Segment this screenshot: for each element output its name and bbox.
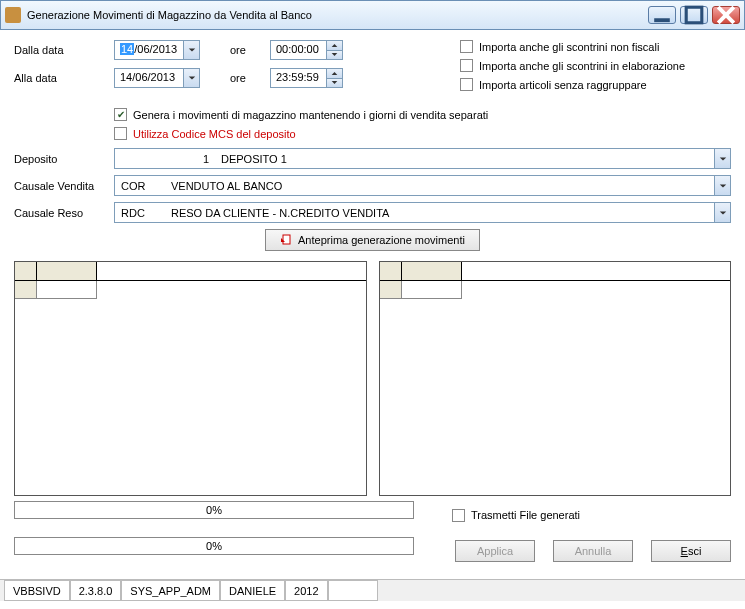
- spinner-down-icon[interactable]: [327, 51, 342, 60]
- applica-button[interactable]: Applica: [455, 540, 535, 562]
- deposito-label: Deposito: [14, 153, 114, 165]
- from-date-label: Dalla data: [14, 44, 114, 56]
- window-title: Generazione Movimenti di Magazzino da Ve…: [27, 9, 648, 21]
- status-cell: SYS_APP_ADM: [121, 580, 220, 601]
- progress-2: 0%: [14, 537, 414, 555]
- check-nonfiscal[interactable]: Importa anche gli scontrini non fiscali: [460, 40, 685, 53]
- statusbar: VBBSIVD 2.3.8.0 SYS_APP_ADM DANIELE 2012: [0, 579, 745, 601]
- status-cell: DANIELE: [220, 580, 285, 601]
- to-time-input[interactable]: 23:59:59: [270, 68, 343, 88]
- spinner-down-icon[interactable]: [327, 79, 342, 88]
- chevron-down-icon[interactable]: [714, 203, 730, 222]
- causale-reso-combo[interactable]: RDC RESO DA CLIENTE - N.CREDITO VENDITA: [114, 202, 731, 223]
- grid-left[interactable]: [14, 261, 367, 496]
- check-genera-separati[interactable]: Genera i movimenti di magazzino mantenen…: [114, 108, 731, 121]
- chevron-down-icon[interactable]: [714, 149, 730, 168]
- check-trasmetti[interactable]: Trasmetti File generati: [452, 509, 580, 522]
- to-date-label: Alla data: [14, 72, 114, 84]
- chevron-down-icon[interactable]: [183, 41, 199, 59]
- from-date-input[interactable]: 14/06/2013: [114, 40, 200, 60]
- causale-vendita-label: Causale Vendita: [14, 180, 114, 192]
- status-cell: VBBSIVD: [4, 580, 70, 601]
- from-time-input[interactable]: 00:00:00: [270, 40, 343, 60]
- check-elaborazione[interactable]: Importa anche gli scontrini in elaborazi…: [460, 59, 685, 72]
- causale-reso-label: Causale Reso: [14, 207, 114, 219]
- deposito-combo[interactable]: 1 DEPOSITO 1: [114, 148, 731, 169]
- status-cell: 2.3.8.0: [70, 580, 122, 601]
- check-mcs[interactable]: Utilizza Codice MCS del deposito: [114, 127, 731, 140]
- app-icon: [5, 7, 21, 23]
- causale-vendita-combo[interactable]: COR VENDUTO AL BANCO: [114, 175, 731, 196]
- check-senzaraggruppare[interactable]: Importa articoli senza raggruppare: [460, 78, 685, 91]
- minimize-button[interactable]: [648, 6, 676, 24]
- from-time-label: ore: [230, 44, 270, 56]
- titlebar: Generazione Movimenti di Magazzino da Ve…: [0, 0, 745, 30]
- spinner-up-icon[interactable]: [327, 41, 342, 51]
- maximize-button[interactable]: [680, 6, 708, 24]
- progress-1: 0%: [14, 501, 414, 519]
- status-cell: 2012: [285, 580, 327, 601]
- to-date-input[interactable]: 14/06/2013: [114, 68, 200, 88]
- content-area: Dalla data 14/06/2013 ore 00:00:00 Alla …: [0, 30, 745, 579]
- window-buttons: [648, 6, 740, 24]
- close-button[interactable]: [712, 6, 740, 24]
- to-time-label: ore: [230, 72, 270, 84]
- document-icon: [280, 234, 292, 246]
- chevron-down-icon[interactable]: [183, 69, 199, 87]
- svg-rect-4: [283, 235, 290, 244]
- status-cell: [328, 580, 378, 601]
- anteprima-button[interactable]: Anteprima generazione movimenti: [265, 229, 480, 251]
- spinner-up-icon[interactable]: [327, 69, 342, 79]
- annulla-button[interactable]: Annulla: [553, 540, 633, 562]
- esci-button[interactable]: Esci: [651, 540, 731, 562]
- grid-right[interactable]: [379, 261, 732, 496]
- chevron-down-icon[interactable]: [714, 176, 730, 195]
- svg-rect-1: [686, 7, 702, 23]
